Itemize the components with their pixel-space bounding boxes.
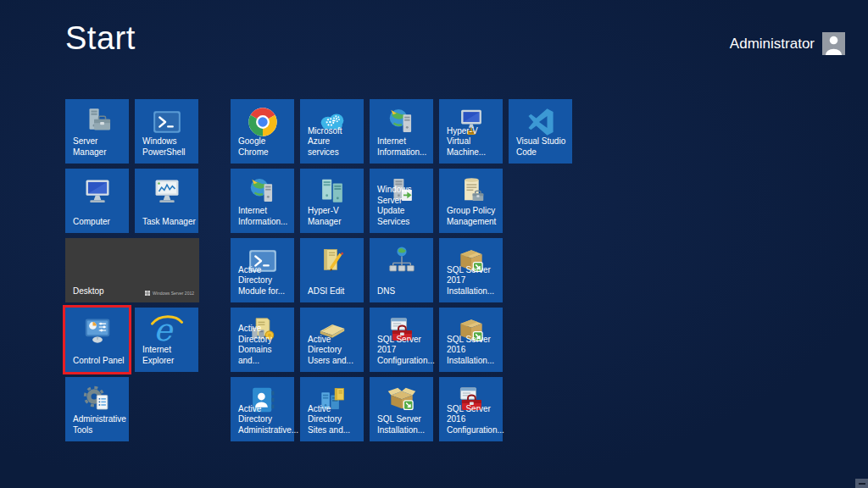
tile-hyper-v-manager[interactable]: Hyper-V Manager	[300, 169, 364, 233]
tile-label: Task Manager	[142, 217, 196, 228]
hyperv-manager-icon	[300, 173, 364, 209]
powershell-icon	[135, 103, 198, 140]
vscode-icon	[509, 103, 572, 140]
desktop-watermark: Windows Server 2012	[145, 291, 194, 297]
tile-label: Active Directory Domains and...	[238, 324, 292, 367]
tile-google-chrome[interactable]: Google Chrome	[231, 99, 294, 164]
tile-internet-information-2[interactable]: Internet Information...	[231, 169, 294, 233]
tile-desktop[interactable]: DesktopWindows Server 2012	[65, 238, 199, 302]
tile-label: Microsoft Azure services	[308, 126, 361, 158]
tile-windows-server-update-services[interactable]: Windows Server Update Services	[370, 169, 433, 233]
tile-label: Google Chrome	[238, 136, 292, 158]
page-title: Start	[65, 20, 136, 57]
tile-label: Active Directory Users and...	[308, 335, 361, 367]
start-screen: Start Administrator Server ManagerWindow…	[0, 0, 868, 488]
tile-label: Active Directory Module for...	[238, 265, 292, 297]
tile-label: Hyper-V Virtual Machine...	[447, 126, 500, 158]
scrollbar-thumb	[859, 483, 865, 485]
tile-label: Visual Studio Code	[516, 136, 570, 158]
tile-label: Hyper-V Manager	[308, 206, 361, 228]
iis-icon	[370, 103, 433, 140]
user-avatar-icon[interactable]	[822, 32, 845, 55]
tile-sql-server-2017-installation[interactable]: SQL Server 2017 Installation...	[439, 238, 503, 302]
sql-open-box-icon	[370, 381, 433, 418]
tile-label: Windows PowerShell	[142, 136, 196, 158]
tile-label: Internet Information...	[238, 206, 292, 228]
tile-server-manager[interactable]: Server Manager	[65, 99, 129, 164]
user-account[interactable]: Administrator	[730, 32, 845, 55]
tile-label: Internet Information...	[377, 136, 431, 158]
tile-label: SQL Server 2016 Configuration...	[447, 404, 500, 436]
tile-label: SQL Server 2017 Installation...	[447, 265, 500, 297]
tile-sql-server-installation[interactable]: SQL Server Installation...	[370, 377, 433, 441]
tile-label: Computer	[73, 217, 126, 228]
control-panel-icon	[65, 312, 129, 348]
adsi-edit-icon	[300, 242, 364, 279]
tile-label: Active Directory Administrative...	[238, 404, 292, 436]
tile-label: ADSI Edit	[308, 286, 361, 297]
iis-icon	[231, 173, 294, 209]
tile-sql-server-2016-configuration[interactable]: SQL Server 2016 Configuration...	[439, 377, 503, 441]
tile-label: Control Panel	[73, 356, 126, 367]
task-manager-icon	[135, 173, 198, 209]
tile-hyper-v-virtual-machine[interactable]: Hyper-V Virtual Machine...	[439, 99, 503, 164]
tile-label: Windows Server Update Services	[377, 185, 431, 228]
tile-active-directory-module[interactable]: Active Directory Module for...	[231, 238, 294, 302]
tile-label: Group Policy Management	[447, 206, 500, 228]
tile-active-directory-administrative[interactable]: Active Directory Administrative...	[231, 377, 294, 441]
tile-internet-explorer[interactable]: eInternet Explorer	[135, 308, 198, 372]
tile-label: SQL Server Installation...	[377, 414, 431, 436]
tile-visual-studio-code[interactable]: Visual Studio Code	[509, 99, 572, 164]
tile-label: DNS	[377, 286, 431, 297]
tile-computer[interactable]: Computer	[65, 169, 129, 233]
server-manager-icon	[65, 103, 129, 140]
tile-label: Active Directory Sites and...	[308, 404, 361, 436]
tile-active-directory-users[interactable]: Active Directory Users and...	[300, 308, 364, 372]
tile-control-panel[interactable]: Control Panel	[65, 308, 129, 372]
tile-sql-server-2016-installation[interactable]: SQL Server 2016 Installation...	[439, 308, 503, 372]
tile-active-directory-domains[interactable]: Active Directory Domains and...	[231, 308, 294, 372]
group-policy-icon	[439, 173, 503, 209]
tile-active-directory-sites[interactable]: Active Directory Sites and...	[300, 377, 364, 441]
tile-group-policy-management[interactable]: Group Policy Management	[439, 169, 503, 233]
tile-dns[interactable]: DNS	[370, 238, 433, 302]
tile-label: Server Manager	[73, 136, 126, 158]
tile-sql-server-2017-configuration[interactable]: SQL Server 2017 Configuration...	[370, 308, 433, 372]
dns-icon	[370, 242, 433, 279]
watermark-text: Windows Server 2012	[153, 291, 194, 296]
chrome-icon	[231, 103, 294, 140]
computer-icon	[65, 173, 129, 209]
tile-administrative-tools[interactable]: Administrative Tools	[65, 377, 129, 441]
tile-task-manager[interactable]: Task Manager	[135, 169, 198, 233]
user-name: Administrator	[730, 36, 815, 53]
internet-explorer-icon: e	[135, 312, 198, 348]
tile-label: SQL Server 2016 Installation...	[447, 335, 500, 367]
tile-label: Internet Explorer	[142, 345, 196, 367]
tile-microsoft-azure-services[interactable]: Microsoft Azure services	[300, 99, 364, 164]
admin-tools-icon	[65, 381, 129, 418]
scrollbar-corner[interactable]	[855, 479, 868, 488]
tile-label: SQL Server 2017 Configuration...	[377, 335, 431, 367]
windows-logo-icon	[145, 291, 150, 297]
svg-text:e: e	[153, 313, 174, 348]
tile-windows-powershell[interactable]: Windows PowerShell	[135, 99, 198, 164]
tile-label: Administrative Tools	[73, 414, 126, 436]
tile-adsi-edit[interactable]: ADSI Edit	[300, 238, 364, 302]
tile-internet-information-1[interactable]: Internet Information...	[370, 99, 433, 164]
